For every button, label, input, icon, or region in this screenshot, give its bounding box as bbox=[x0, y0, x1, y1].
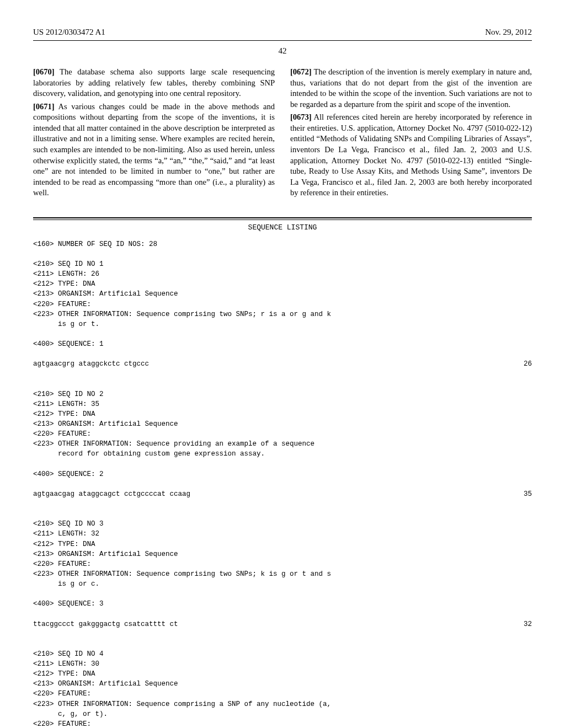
seq4-line: <220> FEATURE: bbox=[33, 689, 532, 699]
blank-line bbox=[33, 609, 532, 619]
blank-line bbox=[33, 249, 532, 259]
seq1-sequence-row: agtgaacgrg ataggckctc ctgccc 26 bbox=[33, 359, 532, 369]
seq2-sequence: agtgaacgag ataggcagct cctgccccat ccaag bbox=[33, 489, 190, 499]
publication-number: US 2012/0303472 A1 bbox=[33, 28, 105, 37]
page-header: US 2012/0303472 A1 Nov. 29, 2012 bbox=[33, 28, 532, 37]
seq4-line: <223> OTHER INFORMATION: Sequence compri… bbox=[33, 699, 532, 709]
para-number: [0673] bbox=[290, 113, 312, 121]
blank-line bbox=[33, 509, 532, 519]
seq2-length-num: 35 bbox=[524, 489, 532, 499]
seq1-line: <213> ORGANISM: Artificial Sequence bbox=[33, 289, 532, 299]
seq1-400: <400> SEQUENCE: 1 bbox=[33, 339, 532, 349]
seq1-line: <210> SEQ ID NO 1 bbox=[33, 259, 532, 269]
seq1-sequence: agtgaacgrg ataggckctc ctgccc bbox=[33, 359, 149, 369]
seq2-sequence-row: agtgaacgag ataggcagct cctgccccat ccaag 3… bbox=[33, 489, 532, 499]
seq2-line: <220> FEATURE: bbox=[33, 429, 532, 439]
seq1-line: <223> OTHER INFORMATION: Sequence compri… bbox=[33, 309, 532, 319]
para-number: [0671] bbox=[33, 102, 55, 111]
blank-line bbox=[33, 329, 532, 339]
blank-line bbox=[33, 479, 532, 489]
paragraph-0671: [0671] As various changes could be made … bbox=[33, 101, 275, 199]
seq4-line: <212> TYPE: DNA bbox=[33, 669, 532, 679]
seq-rule-top bbox=[33, 217, 532, 218]
seq4-line: c, g, or t). bbox=[33, 709, 532, 719]
right-column: [0672] The description of the invention … bbox=[290, 67, 532, 201]
seq3-line: <212> TYPE: DNA bbox=[33, 539, 532, 549]
seq-count: <160> NUMBER OF SEQ ID NOS: 28 bbox=[33, 239, 532, 249]
blank-line bbox=[33, 589, 532, 599]
left-column: [0670] The database schema also supports… bbox=[33, 67, 275, 201]
seq3-line: <220> FEATURE: bbox=[33, 559, 532, 569]
seq3-sequence: ttacggccct gakgggactg csatcatttt ct bbox=[33, 619, 178, 629]
blank-line bbox=[33, 369, 532, 379]
blank-line bbox=[33, 629, 532, 639]
seq1-line: <220> FEATURE: bbox=[33, 299, 532, 309]
seq4-line: <210> SEQ ID NO 4 bbox=[33, 649, 532, 659]
seq3-400: <400> SEQUENCE: 3 bbox=[33, 599, 532, 609]
seq1-line: is g or t. bbox=[33, 319, 532, 329]
blank-line bbox=[33, 639, 532, 649]
paragraph-0670: [0670] The database schema also supports… bbox=[33, 67, 275, 99]
para-number: [0670] bbox=[33, 67, 55, 76]
seq3-length-num: 32 bbox=[524, 619, 532, 629]
seq2-line: <223> OTHER INFORMATION: Sequence provid… bbox=[33, 439, 532, 449]
seq-rule-top-thin bbox=[33, 220, 532, 220]
seq4-line: <213> ORGANISM: Artificial Sequence bbox=[33, 679, 532, 689]
seq3-line: <211> LENGTH: 32 bbox=[33, 529, 532, 539]
para-text: The database schema also supports large … bbox=[33, 67, 275, 98]
blank-line bbox=[33, 459, 532, 469]
seq2-400: <400> SEQUENCE: 2 bbox=[33, 469, 532, 479]
seq1-line: <211> LENGTH: 26 bbox=[33, 269, 532, 279]
paragraph-0672: [0672] The description of the invention … bbox=[290, 67, 532, 110]
patent-page: US 2012/0303472 A1 Nov. 29, 2012 42 [067… bbox=[0, 0, 565, 728]
seq3-line: <223> OTHER INFORMATION: Sequence compri… bbox=[33, 569, 532, 579]
blank-line bbox=[33, 379, 532, 389]
blank-line bbox=[33, 499, 532, 509]
seq3-line: <213> ORGANISM: Artificial Sequence bbox=[33, 549, 532, 559]
seq2-line: <212> TYPE: DNA bbox=[33, 409, 532, 419]
blank-line bbox=[33, 349, 532, 359]
para-text: All references cited herein are hereby i… bbox=[290, 113, 532, 197]
seq4-line: <211> LENGTH: 30 bbox=[33, 659, 532, 669]
seq1-line: <212> TYPE: DNA bbox=[33, 279, 532, 289]
seq2-line: record for obtaining custom gene express… bbox=[33, 449, 532, 459]
page-number: 42 bbox=[33, 46, 532, 56]
body-columns: [0670] The database schema also supports… bbox=[33, 67, 532, 201]
seq2-line: <211> LENGTH: 35 bbox=[33, 399, 532, 409]
paragraph-0673: [0673] All references cited herein are h… bbox=[290, 112, 532, 199]
seq1-length-num: 26 bbox=[524, 359, 532, 369]
para-number: [0672] bbox=[290, 67, 312, 76]
sequence-listing-title: SEQUENCE LISTING bbox=[33, 223, 532, 232]
sequence-listing-block: SEQUENCE LISTING <160> NUMBER OF SEQ ID … bbox=[33, 217, 532, 728]
seq4-line: <220> FEATURE: bbox=[33, 719, 532, 728]
seq2-line: <213> ORGANISM: Artificial Sequence bbox=[33, 419, 532, 429]
seq2-line: <210> SEQ ID NO 2 bbox=[33, 389, 532, 399]
seq3-sequence-row: ttacggccct gakgggactg csatcatttt ct 32 bbox=[33, 619, 532, 629]
para-text: The description of the invention is mere… bbox=[290, 67, 532, 109]
header-rule bbox=[33, 40, 532, 41]
para-text: As various changes could be made in the … bbox=[33, 102, 275, 197]
seq3-line: <210> SEQ ID NO 3 bbox=[33, 519, 532, 529]
publication-date: Nov. 29, 2012 bbox=[485, 28, 532, 37]
seq3-line: is g or c. bbox=[33, 579, 532, 589]
